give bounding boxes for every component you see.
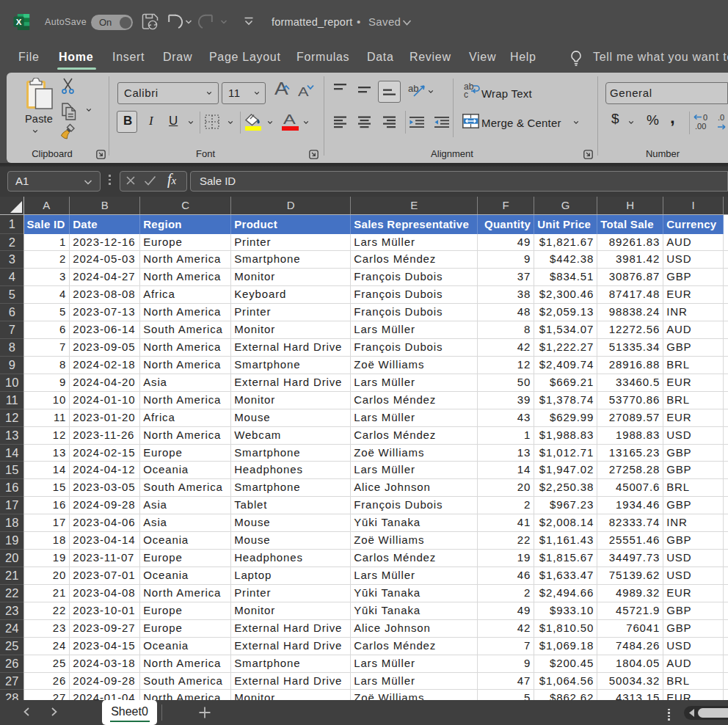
- svg-text:0: 0: [703, 114, 707, 122]
- svg-text:X: X: [16, 18, 22, 26]
- svg-text:.0: .0: [718, 114, 724, 122]
- svg-text:c: c: [464, 90, 468, 99]
- svg-text:.00: .00: [695, 122, 706, 131]
